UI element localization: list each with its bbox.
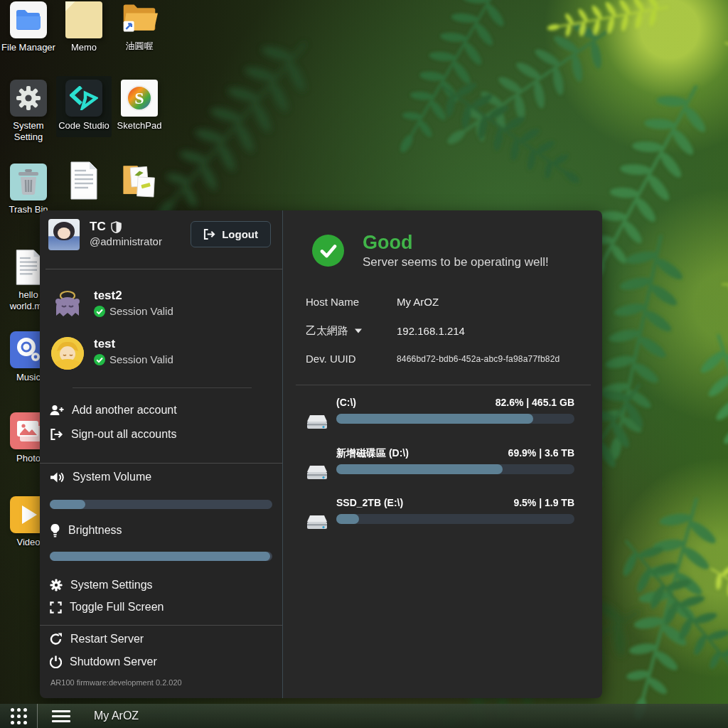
start-menu-popup: TC @administrator Logout	[40, 210, 602, 698]
hostname-row: Host Name My ArOZ	[306, 296, 583, 308]
brightness-label: Brightness	[50, 523, 122, 537]
restart-server-item[interactable]: Restart Server	[50, 633, 144, 646]
desktop-icon-system-setting[interactable]: System Setting	[1, 80, 56, 144]
popup-right-column: Good Server seems to be operating well! …	[282, 210, 602, 698]
hamburger-icon	[52, 710, 70, 712]
current-user-handle: @administrator	[90, 235, 162, 247]
account-avatar-test2	[51, 289, 84, 321]
network-row: 乙太網路 192.168.1.214	[306, 324, 583, 338]
desktop-icon-trash-bin[interactable]: Trash Bin	[1, 164, 56, 215]
restart-icon	[50, 633, 63, 646]
volume-icon	[50, 471, 65, 483]
uuid-label: Dev. UUID	[306, 353, 397, 365]
desktop-icon-document[interactable]	[56, 162, 112, 199]
add-account-item[interactable]: Add another account	[50, 404, 177, 417]
popup-left-column: TC @administrator Logout	[40, 210, 282, 698]
disk-name: 新增磁碟區 (D:\)	[336, 447, 409, 460]
hostname-value: My ArOZ	[397, 296, 439, 308]
brightness-slider-fill	[50, 552, 270, 561]
divider	[73, 387, 252, 388]
desktop-icon-code-studio[interactable]: Code Studio	[56, 76, 112, 137]
divider	[46, 269, 282, 269]
desktop-icon-sketchpad[interactable]: S SketchPad	[112, 80, 167, 132]
svg-text:S: S	[134, 89, 144, 107]
divider	[40, 463, 282, 464]
user-plus-icon	[50, 405, 64, 416]
icon-label: Memo	[56, 42, 112, 53]
file-manager-icon	[10, 1, 47, 38]
disk-usage-bar	[336, 414, 574, 424]
current-user-name: TC	[90, 220, 122, 234]
desktop-icon-memo[interactable]: Memo	[56, 1, 112, 53]
signout-all-item[interactable]: Sign-out all accounts	[50, 428, 177, 441]
disk-usage: 9.5% | 1.9 TB	[513, 497, 574, 508]
toggle-fullscreen-item[interactable]: Toggle Full Screen	[50, 601, 164, 614]
hdd-icon	[306, 414, 328, 431]
disk-row-c: (C:\) 82.6% | 465.1 GB	[306, 397, 574, 438]
account-avatar-test	[51, 337, 84, 370]
disk-usage-fill	[336, 414, 533, 424]
disk-usage: 82.6% | 465.1 GB	[496, 397, 574, 408]
icon-label: 油圓喔	[112, 41, 167, 52]
logout-button[interactable]: Logout	[191, 221, 271, 247]
uuid-row: Dev. UUID 8466bd72-bdb6-452a-abc9-fa98a7…	[306, 353, 583, 365]
menu-button[interactable]	[52, 710, 70, 722]
current-user-avatar[interactable]	[48, 219, 80, 250]
system-settings-item[interactable]: System Settings	[50, 579, 153, 592]
disk-usage-fill	[336, 514, 359, 524]
disk-row-e: SSD_2TB (E:\) 9.5% | 1.9 TB	[306, 497, 574, 538]
account-status: Session Valid	[94, 353, 173, 365]
hdd-icon	[306, 464, 328, 481]
desktop-icon-file-manager[interactable]: File Manager	[1, 1, 56, 53]
code-studio-icon	[65, 80, 102, 117]
logout-icon	[203, 229, 215, 240]
shield-icon	[111, 221, 122, 233]
account-name: test2	[94, 289, 173, 303]
power-icon	[50, 655, 62, 668]
account-row-test[interactable]: test Session Valid	[51, 337, 173, 370]
check-circle-icon	[94, 306, 105, 317]
avatar-art	[58, 228, 70, 239]
desktop-icon-shortcut-folder[interactable]: 油圓喔	[112, 0, 167, 52]
icon-label: File Manager	[1, 42, 56, 53]
sketchpad-icon: S	[121, 80, 158, 117]
gear-icon	[10, 80, 47, 117]
volume-slider-fill	[50, 500, 85, 509]
check-circle-icon	[94, 354, 105, 365]
firmware-version: AR100 firmware:development 0.2.020	[50, 678, 182, 687]
hostname-label: Host Name	[306, 296, 397, 308]
uuid-value: 8466bd72-bdb6-452a-abc9-fa98a77fb82d	[397, 354, 560, 364]
folder-files-icon	[121, 162, 158, 199]
sign-out-icon	[50, 429, 63, 440]
trash-icon	[10, 164, 47, 200]
account-status: Session Valid	[94, 305, 173, 317]
lightbulb-icon	[50, 523, 60, 537]
icon-label: Code Studio	[58, 120, 110, 132]
fullscreen-icon	[50, 601, 62, 614]
gear-icon	[50, 579, 63, 592]
account-row-test2[interactable]: test2 Session Valid	[51, 289, 173, 321]
grid-icon	[11, 708, 27, 724]
brightness-slider[interactable]	[50, 552, 272, 561]
app-launcher-button[interactable]	[0, 704, 38, 728]
memo-icon	[65, 1, 102, 38]
divider	[40, 625, 282, 626]
status-ok-icon	[312, 235, 344, 267]
server-status-subtitle: Server seems to be operating well!	[363, 255, 549, 269]
desktop-icon-folder-with-files[interactable]	[112, 162, 167, 199]
account-name: test	[94, 337, 173, 351]
taskbar-title: My ArOZ	[94, 710, 139, 722]
disk-name: (C:\)	[336, 397, 356, 408]
divider	[296, 385, 591, 385]
taskbar: My ArOZ	[0, 704, 728, 728]
disk-name: SSD_2TB (E:\)	[336, 497, 403, 508]
disk-usage: 69.9% | 3.6 TB	[508, 447, 574, 460]
network-dropdown[interactable]: 乙太網路	[306, 324, 397, 338]
hdd-icon	[306, 514, 328, 531]
icon-label: System Setting	[1, 120, 56, 144]
shutdown-server-item[interactable]: Shutdown Server	[50, 655, 157, 668]
icon-label: SketchPad	[112, 120, 167, 132]
volume-slider[interactable]	[50, 500, 272, 509]
document-icon	[65, 162, 102, 199]
server-status-title: Good	[363, 232, 412, 254]
